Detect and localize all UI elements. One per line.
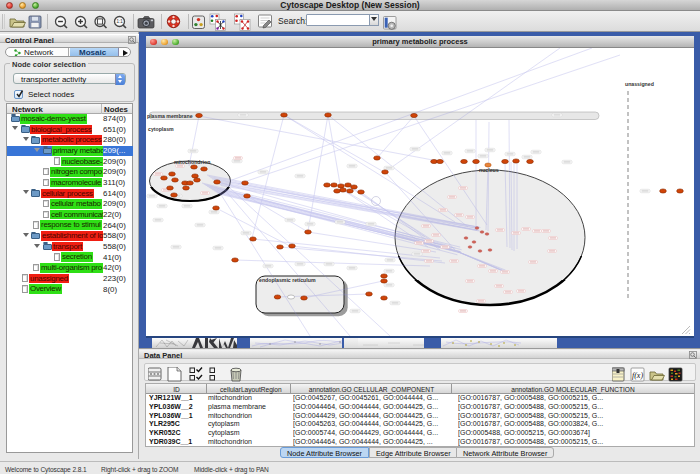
svg-text:f(x): f(x) [632,371,643,380]
svg-text:cytoplasm: cytoplasm [148,126,174,132]
svg-text:nucleus: nucleus [479,167,499,173]
svg-text:plasma membrane: plasma membrane [147,113,193,119]
svg-text:mitochondrion: mitochondrion [174,159,210,165]
svg-text:unassigned: unassigned [625,81,654,87]
svg-text:endoplasmic reticulum: endoplasmic reticulum [259,277,316,283]
